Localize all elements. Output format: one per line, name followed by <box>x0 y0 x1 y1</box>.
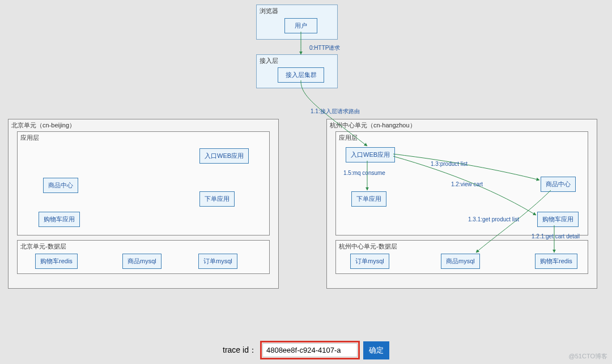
node-bj-product-mysql[interactable]: 商品mysql <box>122 254 162 269</box>
footer-bar: trace id： 确定 <box>0 341 612 359</box>
group-hangzhou-label: 杭州中心单元（cn-hangzhou） <box>330 121 416 130</box>
edge-12-label: 1.2:view cart <box>451 181 483 187</box>
edge-15-label: 1.5:mq consume <box>343 170 385 176</box>
diagram-canvas: 浏览器 用户 接入层 接入层集群 北京单元（cn-beijing） 应用层 北京… <box>0 0 612 323</box>
node-hz-order-mysql[interactable]: 订单mysql <box>350 254 389 269</box>
edge-121-label: 1.2.1:get cart detail <box>532 233 580 239</box>
node-bj-cart-redis[interactable]: 购物车redis <box>35 254 78 269</box>
node-access-cluster[interactable]: 接入层集群 <box>278 67 324 83</box>
group-beijing-data-label: 北京单元-数据层 <box>20 242 66 251</box>
node-bj-product[interactable]: 商品中心 <box>43 178 78 193</box>
group-beijing-label: 北京单元（cn-beijing） <box>11 121 75 130</box>
edge-131-label: 1.3.1:get product list <box>468 216 519 222</box>
edge-13-label: 1.3:product list <box>431 161 468 167</box>
node-bj-cart[interactable]: 购物车应用 <box>39 212 80 227</box>
edge-0-label: 0:HTTP请求 <box>309 44 340 52</box>
node-hz-product-mysql[interactable]: 商品mysql <box>441 254 480 269</box>
node-bj-web[interactable]: 入口WEB应用 <box>199 148 249 164</box>
trace-id-label: trace id： <box>223 345 257 356</box>
edge-11-label: 1.1:接入层请求路由 <box>311 108 360 115</box>
confirm-button[interactable]: 确定 <box>363 341 389 359</box>
node-user[interactable]: 用户 <box>284 18 317 33</box>
node-hz-web[interactable]: 入口WEB应用 <box>346 147 395 162</box>
node-hz-product[interactable]: 商品中心 <box>541 177 576 192</box>
trace-id-input[interactable] <box>262 343 358 357</box>
node-hz-cart-redis[interactable]: 购物车redis <box>535 254 577 269</box>
watermark: @51CTO博客 <box>569 352 607 361</box>
node-hz-order[interactable]: 下单应用 <box>351 191 386 207</box>
group-beijing-app-label: 应用层 <box>20 134 39 142</box>
group-browser-label: 浏览器 <box>260 7 278 15</box>
trace-id-input-highlight <box>260 341 360 359</box>
node-bj-order-mysql[interactable]: 订单mysql <box>198 254 237 269</box>
node-hz-cart[interactable]: 购物车应用 <box>537 212 579 227</box>
group-hangzhou-data-label: 杭州中心单元-数据层 <box>339 242 397 251</box>
group-hangzhou-app-label: 应用层 <box>339 134 358 142</box>
node-bj-order[interactable]: 下单应用 <box>199 191 235 207</box>
group-access-label: 接入层 <box>260 57 278 65</box>
